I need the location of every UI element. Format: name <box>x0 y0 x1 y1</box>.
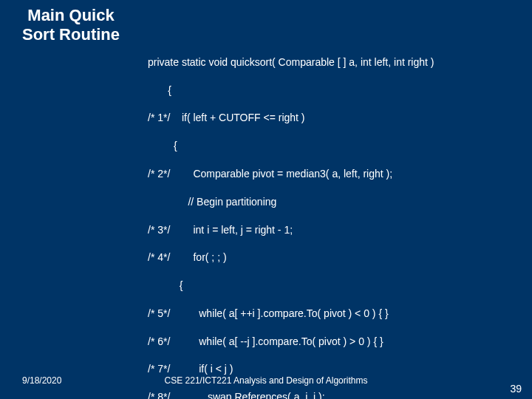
code-block: private static void quicksort( Comparabl… <box>148 41 517 399</box>
slide-title: Main Quick Sort Routine <box>12 6 130 45</box>
code-line: /* 8*/ swap.References( a, i, j ); <box>148 390 517 399</box>
code-line: /* 2*/ Comparable pivot = median3( a, le… <box>148 167 517 181</box>
code-line: /* 4*/ for( ; ; ) <box>148 250 517 265</box>
code-line: // Begin partitioning <box>148 195 517 209</box>
code-line: { <box>148 139 517 153</box>
code-line: /* 6*/ while( a[ --j ].compare.To( pivot… <box>148 335 517 349</box>
code-line: /* 5*/ while( a[ ++i ].compare.To( pivot… <box>148 307 517 321</box>
code-line: { <box>148 279 517 293</box>
footer-course: CSE 221/ICT221 Analysis and Design of Al… <box>0 375 532 386</box>
code-line: /* 1*/ if( left + CUTOFF <= right ) <box>148 111 517 125</box>
code-line: private static void quicksort( Comparabl… <box>148 55 517 69</box>
code-line: { <box>148 83 517 98</box>
code-line: /* 3*/ int i = left, j = right - 1; <box>148 223 517 237</box>
code-line: /* 7*/ if( i < j ) <box>148 362 517 376</box>
slide-number: 39 <box>510 383 522 395</box>
